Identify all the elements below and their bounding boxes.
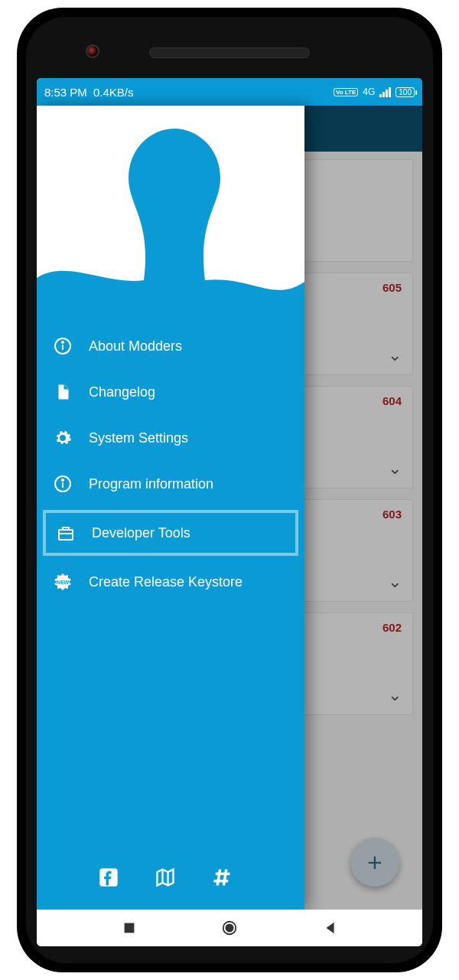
- file-icon: [54, 383, 72, 401]
- menu-item-developer-tools[interactable]: Developer Tools: [43, 510, 298, 556]
- status-time: 8:53 PM: [44, 86, 87, 99]
- info-icon: [54, 337, 72, 355]
- menu-item-label: About Modders: [89, 338, 182, 354]
- chevron-down-icon[interactable]: ⌄: [388, 345, 402, 365]
- menu-item-changelog[interactable]: Changelog: [37, 369, 304, 415]
- front-camera: [86, 44, 99, 58]
- svg-point-5: [62, 479, 63, 481]
- recents-button[interactable]: [121, 920, 138, 936]
- drawer-header: [37, 106, 304, 305]
- menu-item-about-modders[interactable]: About Modders: [37, 323, 304, 369]
- volte-icon: Vo LTE: [334, 88, 358, 96]
- drawer-footer: [37, 848, 304, 910]
- menu-item-program-information[interactable]: Program information: [37, 461, 304, 507]
- drawer-menu: About Modders Changelog System Settings: [37, 305, 304, 848]
- menu-item-system-settings[interactable]: System Settings: [37, 415, 304, 461]
- status-bar: 8:53 PM 0.4KB/s Vo LTE 4G 100: [37, 78, 422, 106]
- svg-point-2: [62, 341, 63, 343]
- net-gen-icon: 4G: [363, 87, 375, 97]
- svg-rect-6: [59, 530, 73, 540]
- back-button[interactable]: [322, 920, 339, 936]
- hash-icon[interactable]: [211, 867, 233, 888]
- nav-drawer: About Modders Changelog System Settings: [37, 106, 304, 910]
- svg-line-15: [217, 870, 220, 886]
- chevron-down-icon[interactable]: ⌄: [388, 685, 402, 705]
- svg-point-19: [226, 924, 233, 931]
- chevron-down-icon[interactable]: ⌄: [388, 459, 402, 479]
- status-netspeed: 0.4KB/s: [93, 86, 134, 99]
- card-number: 604: [382, 394, 402, 407]
- menu-item-label: Changelog: [89, 384, 155, 400]
- android-nav-bar: [37, 910, 422, 946]
- menu-item-label: Program information: [89, 476, 213, 492]
- card-number: 605: [382, 281, 402, 294]
- chevron-down-icon[interactable]: ⌄: [388, 572, 402, 592]
- home-button[interactable]: [221, 920, 238, 936]
- card-number: 603: [382, 508, 402, 521]
- phone-frame: 8:53 PM 0.4KB/s Vo LTE 4G 100 605 ⌄: [17, 8, 442, 972]
- plus-icon: +: [367, 848, 382, 877]
- menu-item-label: Developer Tools: [92, 525, 190, 541]
- card-number: 602: [382, 621, 402, 634]
- screen: 8:53 PM 0.4KB/s Vo LTE 4G 100 605 ⌄: [37, 78, 422, 946]
- menu-item-label: Create Release Keystore: [89, 574, 243, 590]
- map-icon[interactable]: [155, 867, 176, 888]
- menu-item-label: System Settings: [89, 430, 188, 446]
- menu-item-create-release-keystore[interactable]: NEW Create Release Keystore: [37, 559, 304, 605]
- info-icon: [54, 475, 72, 493]
- badge-new-icon: NEW: [54, 573, 72, 591]
- svg-marker-20: [326, 923, 334, 934]
- phone-bezel: 8:53 PM 0.4KB/s Vo LTE 4G 100 605 ⌄: [26, 17, 433, 963]
- gear-icon: [54, 429, 72, 447]
- signal-icon: [379, 87, 391, 97]
- svg-line-16: [223, 870, 226, 886]
- avatar-placeholder: [37, 106, 304, 305]
- earpiece-speaker: [149, 47, 310, 58]
- battery-icon: 100: [396, 87, 415, 97]
- toolbox-icon: [57, 524, 75, 542]
- svg-text:NEW: NEW: [57, 580, 70, 585]
- fab-add-button[interactable]: +: [350, 838, 399, 887]
- svg-rect-17: [124, 923, 134, 933]
- facebook-icon[interactable]: [98, 867, 119, 888]
